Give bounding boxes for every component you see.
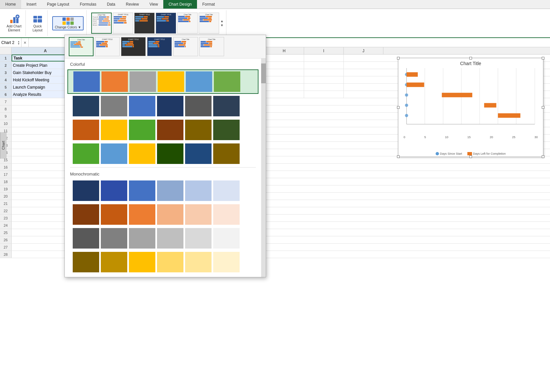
tab-view[interactable]: View: [144, 0, 163, 9]
cell-h2[interactable]: [264, 62, 304, 69]
chart-handle-top-left[interactable]: [397, 57, 400, 59]
chart-style-3[interactable]: CHART TITLE: [134, 13, 155, 34]
cell-i6[interactable]: [304, 91, 344, 98]
chart-handle-bot-right[interactable]: [542, 155, 544, 158]
color-cell-c1-5[interactable]: [186, 71, 212, 92]
chart-thumb-3[interactable]: CHART TITLE: [121, 37, 146, 56]
color-cell-c1-6[interactable]: [214, 71, 240, 92]
add-chart-element-button[interactable]: Add ChartElement: [5, 13, 23, 33]
color-cell-c4-4[interactable]: [157, 143, 183, 164]
cell-h5[interactable]: [264, 84, 304, 91]
name-box[interactable]: Chart 2 ▲ ▼: [0, 38, 21, 47]
color-cell-c1-4[interactable]: [158, 71, 184, 92]
chart-handle-top-mid[interactable]: [469, 57, 472, 59]
color-cell-c4-3[interactable]: [129, 143, 155, 164]
name-box-close[interactable]: ×: [21, 38, 29, 47]
color-cell-c3-6[interactable]: [213, 120, 240, 140]
col-header-j[interactable]: J: [344, 47, 383, 54]
color-cell-m4-3[interactable]: [129, 252, 155, 272]
chart-thumb-1[interactable]: Chart Title: [69, 37, 94, 56]
color-cell-c3-1[interactable]: [73, 120, 99, 140]
chart-style-4[interactable]: CHART TITLE: [156, 13, 176, 34]
name-box-down-arrow[interactable]: ▼: [18, 43, 20, 45]
chart-styles-scroll-right[interactable]: ▲ ▼: [220, 19, 223, 27]
color-cell-c3-2[interactable]: [101, 120, 127, 140]
color-cell-m2-4[interactable]: [157, 204, 183, 225]
color-cell-m1-5[interactable]: [185, 180, 212, 201]
cell-i2[interactable]: [304, 62, 344, 69]
cell-i4[interactable]: [304, 76, 344, 83]
color-cell-m3-1[interactable]: [73, 228, 99, 249]
color-cell-m1-6[interactable]: [213, 180, 240, 201]
chart-thumb-2[interactable]: CHART TITLE: [95, 37, 120, 56]
tab-chart-design[interactable]: Chart Design: [163, 0, 197, 9]
color-cell-c4-6[interactable]: [213, 143, 240, 164]
quick-layout-button[interactable]: QuickLayout: [31, 13, 44, 33]
color-cell-m4-2[interactable]: [101, 252, 127, 272]
embedded-chart[interactable]: Chart Title 051015202530: [398, 58, 543, 157]
col-header-h[interactable]: H: [264, 47, 304, 54]
color-cell-m3-3[interactable]: [129, 228, 155, 249]
color-cell-m1-1[interactable]: [73, 180, 99, 201]
change-colors-button[interactable]: Change Colors ▼: [52, 16, 84, 30]
color-cell-c2-3[interactable]: [129, 96, 155, 116]
color-cell-c4-1[interactable]: [73, 143, 99, 164]
color-cell-m3-2[interactable]: [101, 228, 127, 249]
chart-thumb-4[interactable]: CHART TITLE: [147, 37, 172, 56]
color-cell-c3-3[interactable]: [129, 120, 155, 140]
color-cell-c2-1[interactable]: [73, 96, 99, 116]
color-cell-c2-2[interactable]: [101, 96, 127, 116]
color-picker-scrollbar[interactable]: [261, 59, 266, 277]
tab-page-layout[interactable]: Page Layout: [42, 0, 74, 9]
chart-thumb-5[interactable]: Chart Title: [173, 37, 198, 56]
color-cell-c2-6[interactable]: [213, 96, 240, 116]
tab-review[interactable]: Review: [121, 0, 144, 9]
tab-formulas[interactable]: Formulas: [74, 0, 101, 9]
cell-h1[interactable]: [264, 55, 304, 61]
color-cell-c1-2[interactable]: [101, 71, 128, 92]
tab-insert[interactable]: Insert: [21, 0, 42, 9]
color-cell-m3-6[interactable]: [213, 228, 240, 249]
color-cell-m2-3[interactable]: [129, 204, 155, 225]
color-cell-c2-5[interactable]: [185, 96, 212, 116]
color-cell-m4-6[interactable]: [213, 252, 240, 272]
color-cell-c2-4[interactable]: [157, 96, 183, 116]
color-cell-m4-1[interactable]: [73, 252, 99, 272]
color-cell-c3-4[interactable]: [157, 120, 183, 140]
cell-i1[interactable]: [304, 55, 344, 61]
chart-thumb-6[interactable]: Chart Title: [199, 37, 224, 56]
color-cell-m2-2[interactable]: [101, 204, 127, 225]
color-cell-c3-5[interactable]: [185, 120, 212, 140]
cell-h6[interactable]: [264, 91, 304, 98]
chart-handle-bot-mid[interactable]: [469, 155, 472, 158]
color-cell-c4-5[interactable]: [185, 143, 212, 164]
color-cell-c1-3[interactable]: [130, 71, 156, 92]
color-cell-m1-3[interactable]: [129, 180, 155, 201]
color-cell-m2-6[interactable]: [213, 204, 240, 225]
color-cell-m3-5[interactable]: [185, 228, 212, 249]
cell-i3[interactable]: [304, 69, 344, 76]
color-cell-m1-2[interactable]: [101, 180, 127, 201]
cell-h4[interactable]: [264, 76, 304, 83]
color-cell-m3-4[interactable]: [157, 228, 183, 249]
chart-handle-bot-left[interactable]: [397, 155, 400, 158]
scrollbar-thumb[interactable]: [261, 63, 266, 83]
color-cell-m4-4[interactable]: [157, 252, 183, 272]
chart-handle-top-right[interactable]: [542, 57, 544, 59]
color-cell-c1-1[interactable]: [73, 71, 100, 92]
chart-style-1[interactable]: Chart Title Project A Stakeholder Kickof…: [91, 13, 112, 34]
color-cell-m2-5[interactable]: [185, 204, 212, 225]
color-cell-m1-4[interactable]: [157, 180, 183, 201]
cell-i5[interactable]: [304, 84, 344, 91]
color-cell-c4-2[interactable]: [101, 143, 127, 164]
chart-style-2[interactable]: CHART TITLE: [113, 13, 133, 34]
cell-h3[interactable]: [264, 69, 304, 76]
col-header-i[interactable]: I: [304, 47, 344, 54]
chart-style-6[interactable]: Chart Title: [199, 13, 219, 34]
tab-data[interactable]: Data: [101, 0, 120, 9]
name-box-up-arrow[interactable]: ▲: [18, 40, 20, 43]
chart-style-5[interactable]: Chart Title: [177, 13, 198, 34]
tab-home[interactable]: Home: [0, 0, 21, 9]
color-cell-m2-1[interactable]: [73, 204, 99, 225]
tab-format[interactable]: Format: [197, 0, 220, 9]
